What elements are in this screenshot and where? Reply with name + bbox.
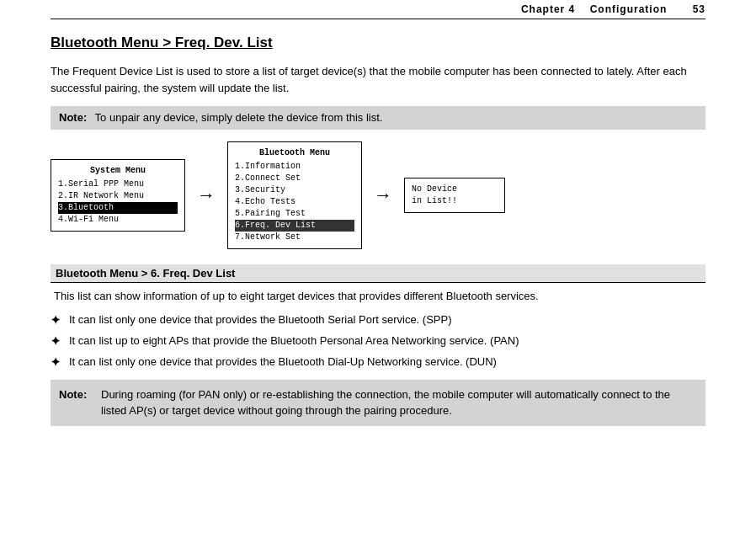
note2-text: During roaming (for PAN only) or re-esta… [101,388,670,418]
diagram-box2-line5: 5.Pairing Test [235,208,354,220]
page-number: 53 [693,3,705,15]
note1-label: Note: [59,111,87,124]
note1-text: To unpair any device, simply delete the … [95,111,383,124]
section-label: Configuration [590,3,668,15]
subsection-title: Bluetooth Menu > 6. Freq. Dev List [51,264,705,283]
diagram-box3: No Device in List!! [404,178,505,213]
diagram-box1-line3: 3.Bluetooth [58,202,178,214]
bullet-list: ✦ It can list only one device that provi… [51,312,705,371]
diagram-box3-line1: No Device [412,184,498,195]
bullet-text-3: It can list only one device that provide… [69,354,497,370]
bullet-text-1: It can list only one device that provide… [69,312,452,328]
diagram-box2-line6: 6.Freq. Dev List [235,220,354,232]
header-text: Chapter 4 Configuration 53 [521,3,705,15]
bullet-item-1: ✦ It can list only one device that provi… [51,312,705,329]
diagram-box2: Bluetooth Menu 1.Information 2.Connect S… [227,141,362,249]
subsection-body: This list can show information of up to … [51,288,705,305]
diagram-box2-line4: 4.Echo Tests [235,196,354,208]
diagram-box1-line2: 2.IR Network Menu [58,190,178,202]
arrow1: → [194,184,219,206]
diagram-box3-line2: in List!! [412,195,498,207]
diagram-box1-title: System Menu [58,165,178,177]
page-header: Chapter 4 Configuration 53 [51,0,705,19]
diagram-box2-line3: 3.Security [235,184,354,196]
diagram-box2-title: Bluetooth Menu [235,147,354,159]
bullet-plus-2: ✦ [51,333,62,350]
bullet-item-3: ✦ It can list only one device that provi… [51,354,705,371]
section-title: Bluetooth Menu > Freq. Dev. List [51,35,705,51]
page-container: Chapter 4 Configuration 53 Bluetooth Men… [0,0,756,554]
bullet-item-2: ✦ It can list up to eight APs that provi… [51,333,705,350]
bullet-text-2: It can list up to eight APs that provide… [69,333,519,349]
bullet-plus-1: ✦ [51,312,62,329]
bullet-plus-3: ✦ [51,354,62,371]
note2-label: Note: [59,386,87,403]
diagram-box1: System Menu 1.Serial PPP Menu 2.IR Netwo… [51,159,185,232]
diagram-box2-line2: 2.Connect Set [235,173,354,184]
note2-box: Note: During roaming (for PAN only) or r… [51,380,705,426]
diagram-box1-line1: 1.Serial PPP Menu [58,178,178,190]
diagram-container: System Menu 1.Serial PPP Menu 2.IR Netwo… [51,141,705,249]
intro-paragraph: The Frequent Device List is used to stor… [51,63,705,96]
diagram-box2-line7: 7.Network Set [235,232,354,243]
chapter-label: Chapter 4 [521,3,575,15]
diagram-box2-line1: 1.Information [235,161,354,173]
diagram-box1-line4: 4.Wi-Fi Menu [58,214,178,226]
arrow2: → [370,184,396,206]
note1-box: Note: To unpair any device, simply delet… [51,106,705,130]
